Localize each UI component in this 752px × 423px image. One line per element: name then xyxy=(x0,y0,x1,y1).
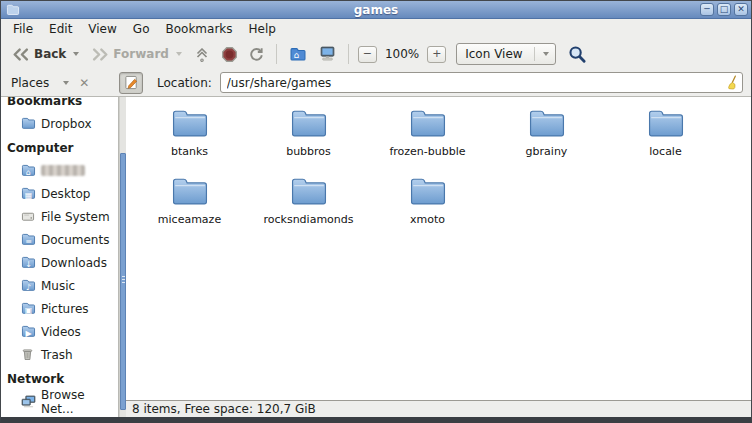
filesystem-icon xyxy=(21,210,36,223)
sidebar-scrollbar[interactable] xyxy=(119,97,126,417)
desktop-folder-icon: ▦ xyxy=(21,187,36,200)
menu-view[interactable]: View xyxy=(80,20,124,38)
sidebar-item-videos[interactable]: ▶Videos xyxy=(1,320,118,343)
toolbar-separator xyxy=(276,44,277,64)
computer-button[interactable] xyxy=(314,43,341,65)
zoom-level: 100% xyxy=(385,47,419,61)
folder-xmoto[interactable]: xmoto xyxy=(368,175,487,239)
computer-icon xyxy=(319,46,336,62)
trash-icon xyxy=(21,348,36,361)
forward-icon xyxy=(91,48,109,61)
menu-go[interactable]: Go xyxy=(125,20,158,38)
clear-location-broom-icon[interactable] xyxy=(726,75,739,90)
sidebar-section-header: Network xyxy=(1,366,118,390)
sidebar-scrollbar-thumb[interactable] xyxy=(120,153,126,410)
minimize-button[interactable]: ─ xyxy=(700,3,714,16)
places-sidebar: BookmarksDropboxComputer⌂▦DesktopFile Sy… xyxy=(1,97,119,417)
sidebar-item-file-system[interactable]: File System xyxy=(1,205,118,228)
edit-pencil-icon xyxy=(124,75,139,90)
sidebar-item-label: Pictures xyxy=(41,302,89,316)
search-button[interactable] xyxy=(568,45,587,64)
view-mode-chevron-icon xyxy=(543,52,549,56)
sidebar-item-label: Desktop xyxy=(41,187,91,201)
back-button[interactable]: Back xyxy=(7,44,84,64)
file-manager-window: games ─ □ ✕ FileEditViewGoBookmarksHelp … xyxy=(0,0,752,423)
folder-label: gbrainy xyxy=(526,145,568,158)
zoom-in-button[interactable]: + xyxy=(427,46,446,63)
folder-btanks[interactable]: btanks xyxy=(130,107,249,171)
forward-button[interactable]: Forward xyxy=(86,44,187,64)
sidebar-section-header: Computer xyxy=(1,135,118,159)
folder-gbrainy[interactable]: gbrainy xyxy=(487,107,606,171)
close-button[interactable]: ✕ xyxy=(734,3,748,16)
search-icon xyxy=(568,45,587,64)
sidebar-item-label: Browse Net... xyxy=(41,388,116,416)
sidebar-item-documents[interactable]: ≡Documents xyxy=(1,228,118,251)
location-label: Location: xyxy=(157,76,212,90)
sidebar-item-music[interactable]: ♪Music xyxy=(1,274,118,297)
back-dropdown-icon[interactable] xyxy=(73,52,79,56)
sidebar-item-pictures[interactable]: ▣Pictures xyxy=(1,297,118,320)
status-text: 8 items, Free space: 120,7 GiB xyxy=(132,402,316,416)
documents-folder-icon: ≡ xyxy=(21,233,36,246)
location-edit-toggle[interactable] xyxy=(119,72,143,94)
view-mode-select[interactable]: Icon View xyxy=(456,43,556,65)
forward-dropdown-icon[interactable] xyxy=(176,52,182,56)
sidebar-item-dropbox[interactable]: Dropbox xyxy=(1,112,118,135)
folder-icon xyxy=(407,107,449,142)
folder-rocksndiamonds[interactable]: rocksndiamonds xyxy=(249,175,368,239)
sidebar-close-icon[interactable]: ✕ xyxy=(79,76,89,90)
redacted-username xyxy=(41,165,85,176)
stop-button[interactable] xyxy=(217,44,242,65)
location-input[interactable] xyxy=(220,72,743,93)
folder-label: bubbros xyxy=(286,145,331,158)
maximize-button[interactable]: □ xyxy=(717,3,731,16)
main-area: BookmarksDropboxComputer⌂▦DesktopFile Sy… xyxy=(1,97,751,417)
menu-file[interactable]: File xyxy=(5,20,41,38)
folder-label: locale xyxy=(649,145,681,158)
music-folder-icon: ♪ xyxy=(21,279,36,292)
reload-button[interactable] xyxy=(244,44,269,65)
up-button[interactable] xyxy=(189,43,215,66)
sidebar-item-label: Downloads xyxy=(41,256,107,270)
folder-bubbros[interactable]: bubbros xyxy=(249,107,368,171)
folder-frozen-bubble[interactable]: frozen-bubble xyxy=(368,107,487,171)
folder-icon xyxy=(21,117,36,130)
pictures-folder-icon: ▣ xyxy=(21,302,36,315)
sidebar-item-desktop[interactable]: ▦Desktop xyxy=(1,182,118,205)
stop-icon xyxy=(222,47,237,62)
sidebar-item-trash[interactable]: Trash xyxy=(1,343,118,366)
location-row: Places ✕ Location: xyxy=(1,69,751,97)
folder-icon xyxy=(288,175,330,210)
folder-miceamaze[interactable]: miceamaze xyxy=(130,175,249,239)
places-chevron-icon[interactable] xyxy=(63,81,69,85)
sidebar-item-label: Documents xyxy=(41,233,109,247)
toolbar: Back Forward xyxy=(1,39,751,69)
folder-icon xyxy=(169,107,211,142)
sidebar-item-label: Music xyxy=(41,279,75,293)
sidebar-item-home[interactable]: ⌂ xyxy=(1,159,118,182)
menubar: FileEditViewGoBookmarksHelp xyxy=(1,19,751,39)
places-selector[interactable]: Places xyxy=(11,76,49,90)
sidebar-item-browse-net-[interactable]: Browse Net... xyxy=(1,390,118,413)
folder-label: miceamaze xyxy=(158,213,221,226)
menu-edit[interactable]: Edit xyxy=(41,20,80,38)
folder-view[interactable]: btanksbubbrosfrozen-bubblegbrainylocalem… xyxy=(126,97,751,401)
toolbar-separator xyxy=(348,44,349,64)
menu-bookmarks[interactable]: Bookmarks xyxy=(157,20,240,38)
titlebar[interactable]: games ─ □ ✕ xyxy=(1,1,751,19)
folder-label: xmoto xyxy=(410,213,445,226)
sidebar-header: Places ✕ xyxy=(1,76,119,90)
sidebar-item-label: Videos xyxy=(41,325,81,339)
sidebar-item-downloads[interactable]: ↓Downloads xyxy=(1,251,118,274)
zoom-out-button[interactable]: − xyxy=(358,46,377,63)
folder-locale[interactable]: locale xyxy=(606,107,725,171)
sidebar-item-label: File System xyxy=(41,210,110,224)
back-icon xyxy=(12,48,30,61)
window-title: games xyxy=(1,3,751,17)
menu-help[interactable]: Help xyxy=(241,20,284,38)
videos-folder-icon: ▶ xyxy=(21,325,36,338)
home-button[interactable]: ⌂ xyxy=(284,44,312,65)
folder-icon xyxy=(169,175,211,210)
downloads-folder-icon: ↓ xyxy=(21,256,36,269)
